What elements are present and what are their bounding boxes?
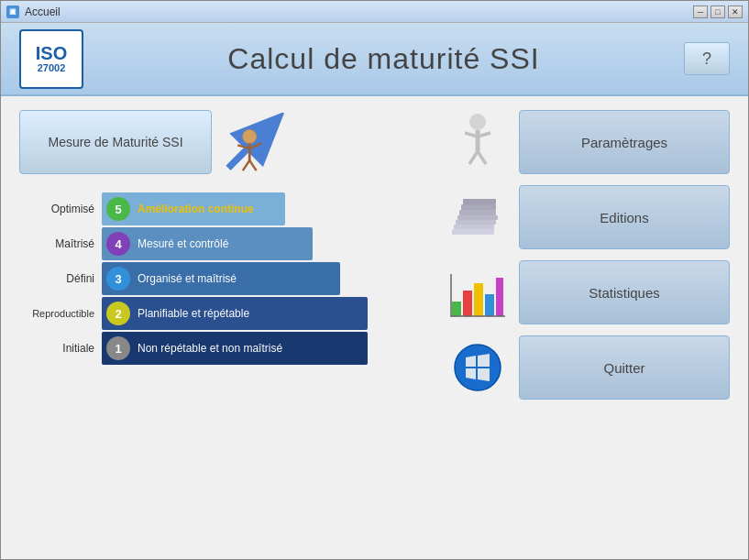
title-bar-controls: ─ □ ✕ (693, 5, 743, 18)
quitter-button[interactable]: Quitter (519, 335, 730, 400)
level-4-text: Mesuré et contrôlé (138, 237, 228, 250)
editions-section: Editions (446, 185, 730, 249)
level-1-text: Non répétable et non maîtrisé (138, 342, 282, 355)
page-title: Calcul de maturité SSI (83, 42, 684, 76)
svg-rect-20 (463, 199, 496, 204)
editions-icon (450, 190, 505, 245)
editions-button[interactable]: Editions (519, 185, 730, 249)
title-bar: ▣ Accueil ─ □ ✕ (1, 1, 748, 23)
iso-label: ISO (36, 44, 67, 62)
level-2-text: Planifiable et répétable (138, 307, 249, 320)
parametrages-button[interactable]: Paramètrages (519, 110, 730, 174)
level-5-number: 5 (106, 197, 130, 221)
iso-number: 27002 (38, 62, 66, 73)
level-2-label: Reproductible (19, 308, 102, 319)
level-3-number: 3 (106, 267, 130, 291)
windows-icon (453, 343, 503, 393)
pyramid-level-5: Optimisé 5 Amélioration continue (19, 192, 368, 225)
level-4-label: Maîtrisé (19, 237, 102, 250)
pyramid-level-1: Initiale 1 Non répétable et non maîtrisé (19, 332, 368, 365)
svg-rect-16 (454, 225, 494, 229)
svg-rect-18 (459, 210, 496, 215)
svg-rect-22 (463, 291, 472, 316)
pyramid-level-2: Reproductible 2 Planifiable et répétable (19, 297, 368, 330)
person-icon (453, 113, 503, 172)
svg-rect-17 (452, 229, 494, 235)
svg-line-13 (478, 151, 486, 164)
title-bar-left: ▣ Accueil (6, 5, 61, 18)
svg-rect-15 (456, 220, 496, 225)
main-content: Mesure de Maturité SSI (1, 96, 748, 559)
close-button[interactable]: ✕ (728, 5, 743, 18)
mesure-maturite-button[interactable]: Mesure de Maturité SSI (19, 110, 212, 174)
level-5-bar: 5 Amélioration continue (102, 192, 285, 225)
svg-line-12 (469, 151, 478, 164)
level-1-number: 1 (106, 336, 130, 360)
svg-point-2 (242, 129, 256, 143)
svg-rect-24 (485, 294, 494, 316)
pyramid-level-3: Défini 3 Organisé et maîtrisé (19, 262, 368, 295)
svg-point-28 (455, 345, 501, 390)
svg-rect-19 (461, 204, 496, 210)
parametrages-section: Paramètrages (446, 110, 730, 174)
level-1-label: Initiale (19, 342, 102, 355)
statistiques-icon-area (446, 260, 510, 324)
level-3-bar: 3 Organisé et maîtrisé (102, 262, 340, 295)
svg-rect-23 (474, 283, 483, 316)
svg-rect-25 (496, 278, 503, 316)
level-5-label: Optimisé (19, 203, 102, 215)
iso-badge: ISO 27002 (19, 29, 83, 89)
level-2-number: 2 (106, 302, 130, 325)
level-5-text: Amélioration continue (138, 203, 254, 215)
right-panel: Paramètrages Editions (446, 110, 730, 545)
parametrages-icon-area (446, 110, 510, 174)
app-icon: ▣ (6, 5, 19, 18)
pyramid-level-4: Maîtrisé 4 Mesuré et contrôlé (19, 227, 368, 260)
statistiques-section: Statistiques (446, 260, 730, 324)
statistiques-button[interactable]: Statistiques (519, 260, 730, 324)
pyramid-container: Optimisé 5 Amélioration continue Maîtris… (19, 192, 368, 367)
level-2-bar: 2 Planifiable et répétable (102, 297, 368, 330)
svg-rect-21 (452, 302, 461, 316)
quitter-icon-area (446, 335, 510, 400)
level-1-bar: 1 Non répétable et non maîtrisé (102, 332, 368, 365)
window-title: Accueil (25, 5, 61, 18)
editions-icon-area (446, 185, 510, 249)
figure-area (221, 110, 294, 174)
svg-line-7 (249, 160, 256, 170)
top-left-section: Mesure de Maturité SSI (19, 110, 427, 174)
level-4-number: 4 (106, 232, 130, 256)
level-3-text: Organisé et maîtrisé (138, 272, 237, 285)
minimize-button[interactable]: ─ (693, 5, 708, 18)
person-arrow-icon (224, 113, 292, 172)
help-button[interactable]: ? (684, 42, 730, 75)
svg-line-6 (242, 160, 248, 170)
header: ISO 27002 Calcul de maturité SSI ? (1, 23, 748, 96)
left-panel: Mesure de Maturité SSI (19, 110, 427, 545)
main-window: ▣ Accueil ─ □ ✕ ISO 27002 Calcul de matu… (0, 0, 749, 560)
svg-point-8 (469, 114, 486, 130)
quitter-section: Quitter (446, 335, 730, 400)
level-3-label: Défini (19, 272, 102, 285)
svg-rect-14 (457, 215, 498, 220)
svg-line-1 (228, 121, 275, 168)
level-4-bar: 4 Mesuré et contrôlé (102, 227, 313, 260)
maximize-button[interactable]: □ (710, 5, 725, 18)
chart-icon (450, 265, 505, 320)
